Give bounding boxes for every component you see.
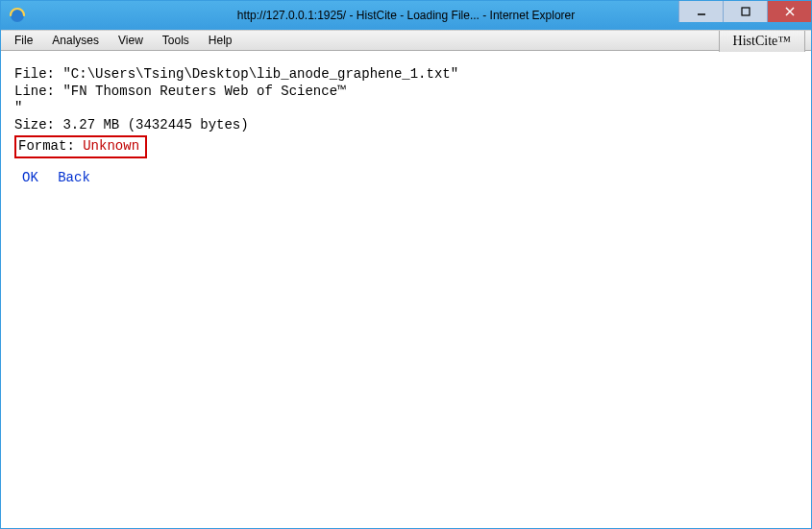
size-row: Size: 3.27 MB (3432445 bytes) xyxy=(14,117,798,134)
line-cont-row: " xyxy=(14,100,798,117)
ie-favicon xyxy=(9,7,26,24)
file-value: "C:\Users\Tsing\Desktop\lib_anode_graphe… xyxy=(62,66,458,82)
menu-analyses[interactable]: Analyses xyxy=(42,32,109,49)
menu-help[interactable]: Help xyxy=(199,32,242,49)
format-label: Format: xyxy=(18,138,83,154)
menu-tools[interactable]: Tools xyxy=(153,32,199,49)
close-icon xyxy=(785,7,795,16)
back-link[interactable]: Back xyxy=(58,170,90,185)
maximize-button[interactable] xyxy=(723,1,767,22)
maximize-icon xyxy=(741,7,750,16)
line-row: Line: "FN Thomson Reuters Web of Science… xyxy=(14,84,798,101)
size-label: Size: xyxy=(14,117,62,132)
minimize-button[interactable] xyxy=(678,1,723,22)
menu-file[interactable]: File xyxy=(5,32,42,49)
file-label: File: xyxy=(14,66,62,82)
window-buttons xyxy=(678,1,811,22)
action-links: OK Back xyxy=(14,170,798,187)
file-row: File: "C:\Users\Tsing\Desktop\lib_anode_… xyxy=(14,66,798,84)
minimize-icon xyxy=(697,7,706,16)
format-value: Unknown xyxy=(83,138,139,154)
menubar: File Analyses View Tools Help HistCite™ xyxy=(1,30,811,51)
close-button[interactable] xyxy=(767,1,811,22)
format-row: Format: Unknown xyxy=(14,135,147,158)
size-value: 3.27 MB (3432445 bytes) xyxy=(62,117,248,132)
window-title: http://127.0.0.1:1925/ - HistCite - Load… xyxy=(237,9,576,22)
brand-label: HistCite™ xyxy=(719,31,805,52)
window-titlebar: http://127.0.0.1:1925/ - HistCite - Load… xyxy=(1,1,811,30)
line-value: "FN Thomson Reuters Web of Science™ xyxy=(62,84,345,99)
line-label: Line: xyxy=(14,84,62,99)
svg-rect-2 xyxy=(742,8,750,15)
menu-view[interactable]: View xyxy=(109,32,153,49)
content-area: File: "C:\Users\Tsing\Desktop\lib_anode_… xyxy=(1,51,811,202)
ok-link[interactable]: OK xyxy=(22,170,38,185)
